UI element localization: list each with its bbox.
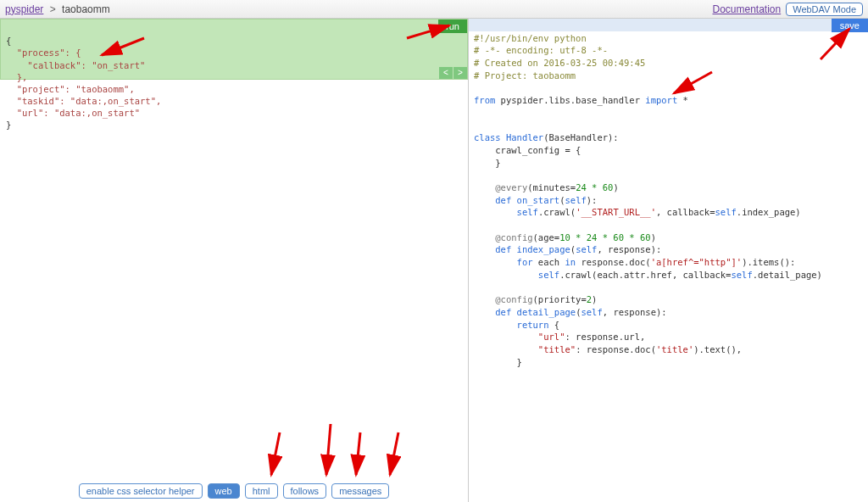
- code-decorator: @config: [474, 294, 533, 304]
- task-json-box: { "process": { "callback": "on_start" },…: [0, 19, 468, 80]
- code-fn: detail_page: [511, 307, 576, 317]
- main-area: { "process": { "callback": "on_start" },…: [0, 19, 868, 502]
- code-txt: *: [677, 95, 688, 105]
- code-self: self: [715, 207, 737, 217]
- code-str: "title": [538, 344, 576, 354]
- top-right: Documentation WebDAV Mode: [712, 3, 863, 16]
- code-txt: : response.url,: [565, 332, 645, 342]
- code-num: 10 * 24 * 60 * 60: [559, 232, 650, 243]
- code-line: # Created on 2016-03-25 00:49:45: [474, 58, 645, 68]
- code-str: '__START_URL__': [576, 207, 656, 217]
- code-txt: [474, 270, 538, 280]
- code-self: self: [581, 307, 602, 317]
- code-txt: ): [613, 182, 618, 192]
- code-fn: index_page: [511, 244, 570, 254]
- code-txt: [474, 332, 538, 342]
- code-self: self: [565, 195, 587, 205]
- code-txt: .index_page): [737, 207, 801, 217]
- code-txt: ):: [587, 195, 598, 205]
- code-txt: (age=: [533, 232, 560, 243]
- code-txt: {: [549, 320, 560, 330]
- code-line: # Project: taobaomm: [474, 70, 576, 81]
- task-json-line: "project": "taobaomm",: [6, 84, 135, 94]
- task-json-line: "taskid": "data:,on_start",: [6, 96, 161, 106]
- code-txt: ): [651, 232, 656, 243]
- run-button[interactable]: run: [438, 20, 467, 33]
- code-self: self: [731, 270, 752, 280]
- tab-messages[interactable]: messages: [331, 483, 389, 499]
- code-line: #!/usr/bin/env python: [474, 33, 587, 43]
- result-tabs: enable css selector helper web html foll…: [0, 483, 468, 499]
- code-kw: class: [474, 132, 501, 142]
- code-txt: response.doc(: [576, 257, 651, 267]
- code-txt: .crawl(: [538, 207, 576, 217]
- home-link[interactable]: pyspider: [5, 3, 43, 15]
- code-kw: for: [474, 257, 533, 267]
- project-name: taobaomm: [62, 3, 110, 15]
- tab-web[interactable]: web: [208, 483, 240, 499]
- code-txt: [474, 344, 538, 354]
- code-txt: ).text(),: [693, 344, 742, 354]
- code-kw: def: [474, 195, 511, 205]
- history-prev-button[interactable]: <: [439, 67, 453, 79]
- code-line: }: [474, 357, 522, 367]
- top-bar: pyspider > taobaomm Documentation WebDAV…: [0, 0, 868, 19]
- task-json-line: },: [6, 72, 27, 82]
- save-button[interactable]: save: [832, 19, 868, 32]
- code-txt: (BaseHandler):: [543, 132, 619, 142]
- code-str: 'a[href^="http"]': [651, 257, 742, 267]
- css-helper-button[interactable]: enable css selector helper: [79, 483, 203, 499]
- task-json-line: "process": {: [6, 47, 81, 58]
- code-fn: on_start: [511, 195, 559, 205]
- code-txt: (priority=: [533, 294, 587, 304]
- code-kw: def: [474, 244, 511, 254]
- tab-html[interactable]: html: [245, 483, 278, 499]
- left-pane: { "process": { "callback": "on_start" },…: [0, 19, 469, 502]
- code-kw: import: [645, 95, 677, 105]
- code-line: }: [474, 158, 501, 168]
- task-json-line: }: [6, 120, 11, 130]
- code-self: self: [517, 207, 538, 217]
- code-fn: Handler: [501, 132, 544, 142]
- code-txt: , response):: [603, 307, 667, 317]
- code-line: crawl_config = {: [474, 145, 581, 155]
- code-kw: def: [474, 307, 511, 317]
- task-json-line: "callback": "on_start": [6, 60, 145, 70]
- code-line: # -*- encoding: utf-8 -*-: [474, 45, 608, 55]
- code-txt: [474, 207, 517, 217]
- webdav-mode-button[interactable]: WebDAV Mode: [786, 3, 863, 16]
- code-kw: in: [565, 257, 576, 267]
- breadcrumb-separator: >: [50, 3, 56, 15]
- history-next-button[interactable]: >: [453, 67, 467, 79]
- code-decorator: @every: [474, 182, 527, 192]
- right-pane: save #!/usr/bin/env python # -*- encodin…: [469, 19, 868, 502]
- code-self: self: [576, 244, 597, 254]
- code-str: 'title': [656, 344, 693, 354]
- code-editor[interactable]: #!/usr/bin/env python # -*- encoding: ut…: [469, 19, 868, 369]
- code-txt: each: [533, 257, 565, 267]
- code-kw: return: [474, 320, 549, 330]
- code-txt: ): [592, 294, 597, 304]
- code-txt: , response):: [597, 244, 661, 254]
- code-txt: .crawl(each.attr.href, callback=: [559, 270, 731, 280]
- code-txt: .detail_page): [753, 270, 822, 280]
- tab-follows[interactable]: follows: [283, 483, 327, 499]
- task-json-line: {: [6, 36, 11, 46]
- history-nav: < >: [438, 67, 467, 79]
- code-txt: pyspider.libs.base_handler: [495, 95, 645, 105]
- code-self: self: [538, 270, 559, 280]
- documentation-link[interactable]: Documentation: [712, 3, 781, 15]
- code-txt: (minutes=: [527, 182, 576, 192]
- task-json-line: "url": "data:,on_start": [6, 108, 140, 118]
- code-str: "url": [538, 332, 565, 342]
- code-decorator: @config: [474, 232, 533, 243]
- breadcrumb: pyspider > taobaomm: [5, 3, 110, 15]
- code-txt: ).items():: [742, 257, 795, 267]
- code-txt: , callback=: [656, 207, 715, 217]
- code-txt: : response.doc(: [576, 344, 656, 354]
- code-num: 24 * 60: [576, 182, 613, 192]
- code-kw: from: [474, 95, 495, 105]
